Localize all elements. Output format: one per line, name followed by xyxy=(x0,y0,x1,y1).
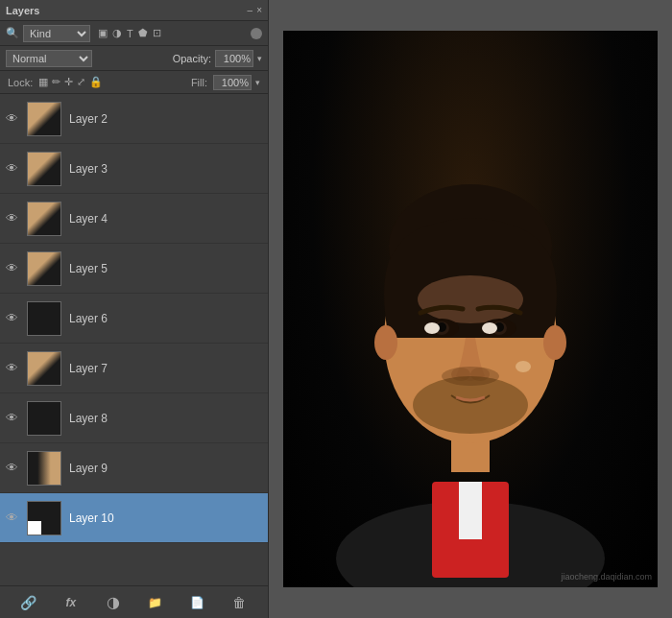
opacity-arrow: ▾ xyxy=(257,54,262,63)
layer-name-7: Layer 7 xyxy=(69,362,108,375)
eye-icon-10[interactable]: 👁 xyxy=(6,511,21,525)
filter-kind-select[interactable]: Kind Name Effect Mode Attribute Color xyxy=(23,25,90,42)
filter-toggle[interactable] xyxy=(251,28,262,39)
lock-brush-icon[interactable]: ✏ xyxy=(52,76,60,88)
new-group-btn[interactable]: 📁 xyxy=(143,591,166,614)
panel-titlebar: Layers – × xyxy=(0,0,268,21)
eye-icon-5[interactable]: 👁 xyxy=(6,261,21,275)
layers-list: 👁 Layer 2 👁 Layer 3 👁 Layer 4 👁 Layer 5 … xyxy=(0,94,268,585)
lock-fill-row: Lock: ▦ ✏ ✛ ⤢ 🔒 Fill: ▾ xyxy=(0,71,268,94)
layer-item-4[interactable]: 👁 Layer 4 xyxy=(0,194,268,244)
portrait-svg xyxy=(317,69,624,587)
eye-icon-4[interactable]: 👁 xyxy=(6,211,21,226)
filter-text-icon[interactable]: T xyxy=(127,28,133,39)
layer-name-9: Layer 9 xyxy=(69,462,108,475)
blend-mode-select[interactable]: Normal Dissolve Multiply Screen Overlay xyxy=(6,50,92,67)
photo-container: jiaocheng.daqidian.com xyxy=(283,31,658,587)
layer-thumb-3 xyxy=(27,152,61,186)
fill-input[interactable] xyxy=(213,75,252,90)
layer-item-6[interactable]: 👁 Layer 6 xyxy=(0,294,268,344)
eye-icon-7[interactable]: 👁 xyxy=(6,361,21,375)
lock-move-icon[interactable]: ✛ xyxy=(64,76,73,88)
lock-label: Lock: xyxy=(8,77,33,88)
eye-icon-3[interactable]: 👁 xyxy=(6,161,21,176)
filter-icons: ▣ ◑ T ⬟ ⊡ xyxy=(98,27,161,39)
filter-shape-icon[interactable]: ⬟ xyxy=(138,27,148,39)
layer-name-8: Layer 8 xyxy=(69,412,108,425)
delete-layer-btn[interactable]: 🗑 xyxy=(228,591,251,614)
layer-name-10: Layer 10 xyxy=(69,511,114,525)
panel-controls: – × xyxy=(248,5,262,15)
layer-thumb-2 xyxy=(27,102,61,136)
layer-item-3[interactable]: 👁 Layer 3 xyxy=(0,144,268,194)
svg-point-20 xyxy=(543,325,566,360)
svg-point-13 xyxy=(424,322,440,334)
layer-fx-btn[interactable]: fx xyxy=(60,591,83,614)
watermark: jiaocheng.daqidian.com xyxy=(561,572,652,582)
eye-icon-2[interactable]: 👁 xyxy=(6,111,21,126)
filter-pixel-icon[interactable]: ▣ xyxy=(98,27,108,39)
filter-smart-icon[interactable]: ⊡ xyxy=(153,27,161,39)
layer-item-2[interactable]: 👁 Layer 2 xyxy=(0,94,268,144)
lock-artboard-icon[interactable]: ⤢ xyxy=(77,76,85,88)
layer-name-4: Layer 4 xyxy=(69,212,108,226)
filter-row: 🔍 Kind Name Effect Mode Attribute Color … xyxy=(0,21,268,46)
svg-point-6 xyxy=(418,275,523,323)
filter-search-icon: 🔍 xyxy=(6,27,19,39)
fill-arrow: ▾ xyxy=(255,78,260,87)
eye-icon-8[interactable]: 👁 xyxy=(6,411,21,425)
eye-icon-9[interactable]: 👁 xyxy=(6,461,21,475)
layer-thumb-5 xyxy=(27,251,61,286)
opacity-input[interactable] xyxy=(215,50,253,67)
lock-checkerboard-icon[interactable]: ▦ xyxy=(38,76,48,88)
layer-item-8[interactable]: 👁 Layer 8 xyxy=(0,393,268,443)
layer-thumb-9 xyxy=(27,451,61,486)
eye-icon-6[interactable]: 👁 xyxy=(6,311,21,325)
panel-collapse-btn[interactable]: – xyxy=(248,5,253,15)
layer-thumb-4 xyxy=(27,202,61,236)
bottom-toolbar: 🔗 fx ◑ 📁 📄 🗑 xyxy=(0,585,268,618)
panel-title: Layers xyxy=(6,5,39,16)
layer-thumb-8 xyxy=(27,401,61,436)
layer-name-5: Layer 5 xyxy=(69,262,108,275)
link-layers-btn[interactable]: 🔗 xyxy=(17,591,40,614)
layer-name-2: Layer 2 xyxy=(69,112,108,126)
layer-name-3: Layer 3 xyxy=(69,162,108,176)
panel-close-btn[interactable]: × xyxy=(256,5,262,15)
layer-item-10[interactable]: 👁 Layer 10 xyxy=(0,493,268,543)
blend-opacity-row: Normal Dissolve Multiply Screen Overlay … xyxy=(0,46,268,71)
layer-thumb-10 xyxy=(27,501,61,535)
svg-point-19 xyxy=(374,325,397,360)
layer-item-5[interactable]: 👁 Layer 5 xyxy=(0,244,268,294)
svg-rect-2 xyxy=(459,482,482,539)
new-layer-btn[interactable]: 📄 xyxy=(185,591,208,614)
svg-point-21 xyxy=(516,361,531,372)
layer-item-9[interactable]: 👁 Layer 9 xyxy=(0,443,268,493)
canvas-area: jiaocheng.daqidian.com xyxy=(269,0,672,618)
layer-name-6: Layer 6 xyxy=(69,312,108,325)
layer-thumb-6 xyxy=(27,301,61,336)
svg-point-18 xyxy=(442,367,499,386)
opacity-label: Opacity: xyxy=(173,53,211,64)
fill-label: Fill: xyxy=(191,77,207,88)
layer-thumb-7 xyxy=(27,351,61,386)
filter-adjustment-icon[interactable]: ◑ xyxy=(112,27,122,39)
new-fill-layer-btn[interactable]: ◑ xyxy=(102,591,125,614)
svg-point-14 xyxy=(482,322,497,334)
layer-item-7[interactable]: 👁 Layer 7 xyxy=(0,344,268,393)
layers-panel: Layers – × 🔍 Kind Name Effect Mode Attri… xyxy=(0,0,269,618)
lock-padlock-icon[interactable]: 🔒 xyxy=(89,76,103,88)
